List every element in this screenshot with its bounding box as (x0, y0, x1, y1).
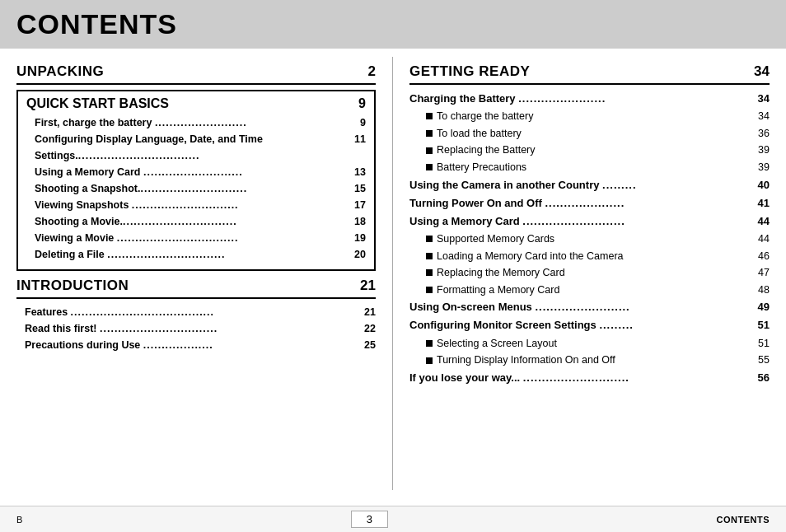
sub-load-battery-label: To load the battery (426, 125, 522, 142)
power-title: Turning Power On and Off ...............… (409, 194, 770, 212)
main-content: UNPACKING 2 QUICK START BASICS 9 First, … (0, 49, 786, 498)
sub-format-card-label: Formatting a Memory Card (426, 282, 559, 299)
toc-page-delete: 20 (349, 246, 366, 263)
getting-ready-section-header: GETTING READY 34 (409, 63, 770, 85)
bullet-icon (426, 113, 433, 119)
introduction-section-header: INTRODUCTION 21 (16, 278, 376, 299)
page-footer: B 3 CONTENTS (0, 506, 786, 532)
toc-row-config: Configuring Display Language, Date, and … (26, 131, 366, 164)
sub-replace-card-label: Replacing the Memory Card (426, 264, 565, 282)
power-page: 41 (749, 194, 770, 212)
sub-display-info: Turning Display Information On and Off 5… (409, 352, 770, 369)
toc-label-viewsnapshot: Viewing Snapshots ......................… (35, 197, 349, 213)
page-number: 3 (351, 511, 388, 528)
sub-replace-battery: Replacing the Battery 39 (409, 142, 770, 159)
toc-label-features: Features ...............................… (25, 304, 359, 320)
toc-label-snapshot: Shooting a Snapshot.....................… (35, 180, 349, 197)
memory-card-label: Using a Memory Card ....................… (409, 212, 625, 231)
footer-left-label: B (16, 515, 22, 525)
toc-row-snapshot: Shooting a Snapshot.....................… (26, 180, 366, 197)
toc-row-viewmovie: Viewing a Movie ........................… (26, 230, 366, 246)
onscreen-menus-title: Using On-screen Menus ..................… (409, 298, 770, 316)
lose-way-page: 56 (749, 369, 770, 387)
toc-page-readfirst: 22 (359, 320, 376, 337)
toc-label-precautions: Precautions during Use .................… (25, 337, 359, 353)
quick-start-title: QUICK START BASICS (26, 96, 169, 111)
sub-replace-card-page: 47 (758, 264, 770, 282)
toc-row-readfirst: Read this first! .......................… (16, 320, 376, 337)
toc-row-delete: Deleting a File ........................… (26, 246, 366, 263)
sub-screen-layout-text: Selecting a Screen Layout (437, 335, 557, 352)
sub-screen-layout-label: Selecting a Screen Layout (426, 335, 557, 352)
sub-display-info-label: Turning Display Information On and Off (426, 352, 615, 369)
charging-battery-page: 34 (749, 90, 770, 108)
sub-format-card-page: 48 (758, 282, 770, 299)
sub-load-battery: To load the battery 36 (409, 125, 770, 142)
page-header: CONTENTS (0, 0, 786, 49)
sub-battery-precautions-label: Battery Precautions (426, 159, 526, 176)
toc-row-features: Features ...............................… (16, 304, 376, 320)
toc-page-movie: 18 (349, 213, 366, 230)
sub-screen-layout-page: 51 (758, 335, 770, 352)
toc-row-precautions: Precautions during Use .................… (16, 337, 376, 353)
toc-label-charge: First, charge the battery ..............… (35, 114, 349, 131)
bullet-icon (426, 269, 433, 276)
sub-charge-battery-text: To charge the battery (437, 108, 533, 125)
bullet-icon (426, 287, 433, 293)
bullet-icon (426, 164, 433, 170)
bullet-icon (426, 253, 433, 259)
footer-right-label: CONTENTS (716, 515, 770, 525)
sub-battery-precautions-text: Battery Precautions (437, 159, 526, 176)
sub-screen-layout: Selecting a Screen Layout 51 (409, 335, 770, 352)
left-column: UNPACKING 2 QUICK START BASICS 9 First, … (16, 57, 393, 490)
toc-label-readfirst: Read this first! .......................… (25, 320, 359, 337)
sub-display-info-text: Turning Display Information On and Off (437, 352, 615, 369)
introduction-title: INTRODUCTION (16, 278, 129, 294)
camera-country-label: Using the Camera in another Country ....… (409, 176, 637, 194)
bullet-icon (426, 147, 433, 154)
toc-row-memcard: Using a Memory Card ....................… (26, 164, 366, 180)
lose-way-title: If you lose your way... ................… (409, 369, 770, 387)
toc-row-viewsnapshot: Viewing Snapshots ......................… (26, 197, 366, 213)
sub-charge-battery: To charge the battery 34 (409, 108, 770, 125)
camera-country-title: Using the Camera in another Country ....… (409, 176, 770, 194)
introduction-page: 21 (360, 278, 376, 294)
sub-charge-battery-label: To charge the battery (426, 108, 533, 125)
sub-display-info-page: 55 (758, 352, 770, 369)
power-label: Turning Power On and Off ...............… (409, 194, 625, 212)
toc-page-viewsnapshot: 17 (349, 197, 366, 213)
unpacking-title: UNPACKING (16, 63, 104, 80)
memory-card-title: Using a Memory Card ....................… (409, 212, 770, 231)
toc-row-charge: First, charge the battery ..............… (26, 114, 366, 131)
sub-battery-precautions: Battery Precautions 39 (409, 159, 770, 176)
monitor-settings-page: 51 (749, 316, 770, 334)
getting-ready-title: GETTING READY (409, 63, 530, 80)
monitor-settings-label: Configuring Monitor Screen Settings ....… (409, 316, 634, 334)
toc-page-config: 11 (349, 131, 366, 164)
sub-supported-cards-label: Supported Memory Cards (426, 231, 554, 248)
onscreen-menus-page: 49 (749, 298, 770, 316)
sub-load-card-text: Loading a Memory Card into the Camera (437, 248, 624, 265)
sub-replace-card-text: Replacing the Memory Card (437, 264, 565, 282)
bullet-icon (426, 357, 433, 364)
camera-country-page: 40 (749, 176, 770, 194)
unpacking-section-header: UNPACKING 2 (16, 63, 376, 85)
toc-label-movie: Shooting a Movie........................… (35, 213, 349, 230)
toc-label-delete: Deleting a File ........................… (35, 246, 349, 263)
getting-ready-page: 34 (754, 63, 770, 80)
bullet-icon (426, 236, 433, 242)
sub-replace-battery-text: Replacing the Battery (437, 142, 536, 159)
right-column: GETTING READY 34 Charging the Battery ..… (393, 57, 770, 490)
quick-start-box: QUICK START BASICS 9 First, charge the b… (16, 90, 376, 271)
sub-load-card: Loading a Memory Card into the Camera 46 (409, 248, 770, 265)
toc-page-snapshot: 15 (349, 180, 366, 197)
sub-supported-cards: Supported Memory Cards 44 (409, 231, 770, 248)
quick-start-page: 9 (358, 96, 366, 111)
memory-card-page: 44 (749, 212, 770, 231)
bullet-icon (426, 130, 433, 137)
sub-load-battery-text: To load the battery (437, 125, 522, 142)
quick-start-header: QUICK START BASICS 9 (26, 96, 366, 111)
sub-format-card: Formatting a Memory Card 48 (409, 282, 770, 299)
toc-page-viewmovie: 19 (349, 230, 366, 246)
sub-replace-battery-page: 39 (758, 142, 770, 159)
